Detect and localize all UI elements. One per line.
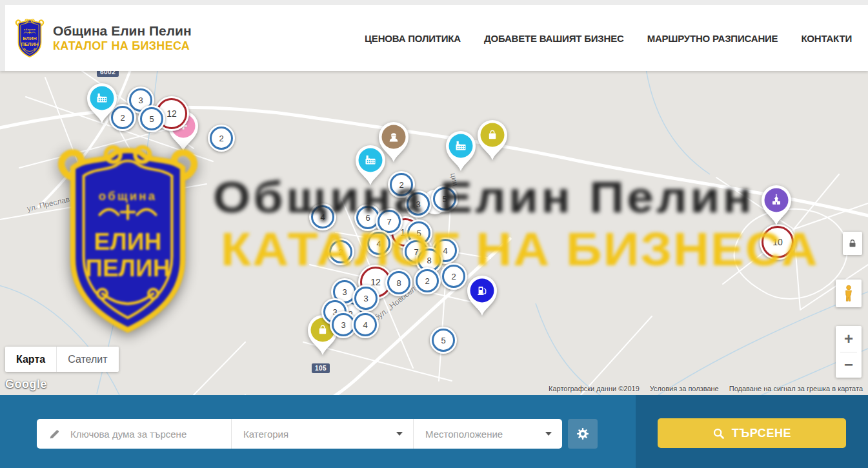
cluster-marker[interactable]: 5 [138, 105, 165, 132]
advanced-search-button[interactable] [568, 419, 598, 449]
cluster-marker[interactable]: 3 [352, 285, 379, 312]
site-subtitle: КАТАЛОГ НА БИЗНЕСА [53, 39, 192, 53]
search-bar: Категория Местоположение [0, 395, 868, 468]
watermark-subtitle: КАТАЛОГ НА БИЗНЕСА [221, 222, 819, 276]
cluster-count: 3 [342, 287, 347, 297]
zoom-control: + − [836, 326, 862, 378]
cluster-count: 5 [149, 114, 154, 124]
location-select[interactable]: Местоположение [413, 419, 562, 449]
lock-icon [847, 238, 858, 249]
fuel-icon [465, 274, 499, 317]
factory-pin[interactable] [85, 82, 119, 127]
map-type-control: Карта Сателит [5, 347, 119, 372]
nav-contacts[interactable]: КОНТАКТИ [801, 33, 852, 44]
watermark-crest-icon [54, 138, 201, 340]
site-logo[interactable]: Община Елин Пелин КАТАЛОГ НА БИЗНЕСА [14, 17, 192, 59]
cluster-marker[interactable]: 4 [352, 311, 379, 338]
map-canvas[interactable]: ул. Преславбул. „Новоселции6002105 31225… [0, 71, 868, 395]
chevron-down-icon [396, 432, 403, 436]
factory-pin[interactable] [444, 130, 478, 175]
keyword-section [37, 419, 231, 449]
cluster-count: 5 [441, 336, 445, 345]
terms-of-use-link[interactable]: Условия за ползване [650, 385, 719, 392]
street-view-pegman-button[interactable] [836, 280, 862, 307]
search-button[interactable]: ТЪРСЕНЕ [658, 418, 846, 448]
map-type-satellite-button[interactable]: Сателит [56, 347, 118, 372]
municipality-crest-icon [14, 17, 45, 59]
nav-route-schedule[interactable]: МАРШРУТНО РАЗПИСАНИЕ [647, 33, 778, 44]
left-strip [0, 5, 5, 71]
map-attribution: Картографски данни ©2019 Условия за полз… [549, 385, 863, 392]
main-nav: ЦЕНОВА ПОЛИТИКА ДОБАВЕТЕ ВАШИЯТ БИЗНЕС М… [365, 33, 852, 44]
cluster-count: 3 [341, 320, 345, 330]
cluster-marker[interactable]: 2 [208, 125, 235, 152]
zoom-in-button[interactable]: + [836, 327, 862, 352]
location-select-value: Местоположение [425, 429, 503, 440]
chevron-down-icon [545, 432, 552, 436]
gear-icon [576, 427, 590, 441]
pencil-icon [48, 428, 61, 440]
category-select[interactable]: Категория [231, 419, 413, 449]
nav-add-your-business[interactable]: ДОБАВЕТЕ ВАШИЯТ БИЗНЕС [484, 33, 624, 44]
search-button-label: ТЪРСЕНЕ [732, 427, 791, 440]
cluster-count: 3 [138, 96, 143, 105]
zoom-out-button[interactable]: − [836, 352, 862, 378]
nav-pricing-policy[interactable]: ЦЕНОВА ПОЛИТИКА [365, 33, 461, 44]
cluster-count: 12 [167, 108, 177, 119]
map-type-map-button[interactable]: Карта [5, 347, 56, 372]
cluster-marker[interactable]: 5 [430, 327, 457, 354]
cluster-count: 4 [363, 320, 367, 330]
church-icon [760, 184, 793, 227]
google-logo: Google [5, 378, 47, 391]
cluster-count: 2 [120, 113, 125, 123]
search-icon [712, 427, 725, 440]
map-data-copyright: Картографски данни ©2019 [549, 385, 640, 392]
bag-icon [476, 119, 509, 161]
category-select-value: Категория [243, 429, 288, 440]
lock-button[interactable] [843, 232, 862, 255]
page: община ЕЛИН ПЕЛИН Община Елин Пелин КАТА… [0, 0, 868, 468]
cluster-count: 2 [219, 134, 223, 143]
factory-icon [444, 130, 478, 172]
fuel-pin[interactable] [465, 274, 499, 320]
search-box: Категория Местоположение [37, 419, 562, 449]
cluster-count: 3 [363, 294, 368, 303]
watermark-title: Община Елин Пелин [213, 172, 754, 222]
report-map-error-link[interactable]: Подаване на сигнал за грешка в картата [729, 385, 863, 392]
header: Община Елин Пелин КАТАЛОГ НА БИЗНЕСА ЦЕН… [0, 5, 868, 71]
keyword-search-input[interactable] [69, 428, 231, 440]
top-strip [0, 0, 868, 5]
cluster-count: 2 [425, 276, 429, 286]
pegman-icon [842, 285, 855, 302]
factory-icon [85, 82, 119, 125]
site-title: Община Елин Пелин [53, 23, 192, 39]
cluster-count: 8 [396, 278, 401, 288]
bag-pin[interactable] [476, 119, 509, 164]
